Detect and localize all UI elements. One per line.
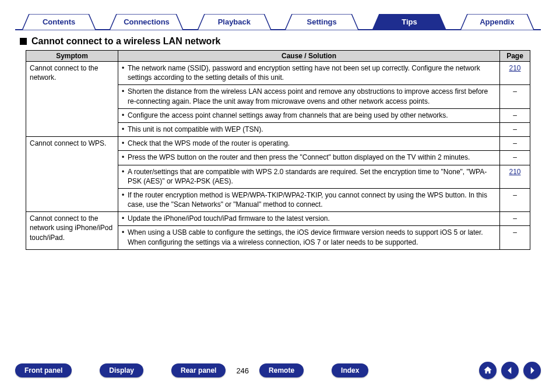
nav-icons (479, 362, 541, 379)
cause-text: Press the WPS button on the router and t… (128, 153, 496, 162)
tab-playback[interactable]: Playback (191, 14, 278, 29)
tab-label: Contents (15, 14, 103, 29)
bullet-icon (122, 111, 128, 120)
page-number: 246 (236, 366, 249, 375)
cause-cell: The network name (SSID), password and en… (118, 62, 500, 85)
tab-label: Connections (103, 14, 190, 29)
bullet-icon (122, 190, 128, 209)
page-cell: 210 (500, 62, 530, 85)
page-cell: – (500, 188, 530, 211)
tab-label: Tips (365, 14, 453, 29)
page-cell: 210 (500, 165, 530, 188)
cause-text: If the router encryption method is WEP/W… (128, 190, 496, 209)
bullet-icon (122, 139, 128, 148)
table-row: Cannot connect to the network.The networ… (26, 62, 530, 85)
cause-cell: Press the WPS button on the router and t… (118, 151, 500, 165)
nav-front-panel[interactable]: Front panel (15, 363, 72, 377)
cause-text: This unit is not compatible with WEP (TS… (128, 125, 496, 134)
cause-cell: Shorten the distance from the wireless L… (118, 85, 500, 108)
page-link[interactable]: 210 (509, 64, 520, 72)
cause-cell: Update the iPhone/iPod touch/iPad firmwa… (118, 212, 500, 226)
page-cell: – (500, 108, 530, 122)
col-header-cause: Cause / Solution (118, 51, 500, 62)
cause-cell: This unit is not compatible with WEP (TS… (118, 122, 500, 136)
symptom-cell: Cannot connect to the network using iPho… (26, 212, 118, 250)
symptom-cell: Cannot connect to the network. (26, 62, 118, 137)
table-row: Cannot connect to the network using iPho… (26, 212, 530, 226)
nav-rear-panel[interactable]: Rear panel (171, 363, 226, 377)
tab-label: Settings (278, 14, 365, 29)
symptom-cell: Cannot connect to WPS. (26, 137, 118, 212)
top-tab-bar: Contents Connections Playback Settings T… (15, 14, 541, 30)
cause-cell: When using a USB cable to configure the … (118, 226, 500, 249)
tab-settings[interactable]: Settings (278, 14, 365, 29)
cause-text: Update the iPhone/iPod touch/iPad firmwa… (128, 214, 496, 223)
cause-cell: If the router encryption method is WEP/W… (118, 188, 500, 211)
cause-cell: A router/settings that are compatible wi… (118, 165, 500, 188)
section-heading: Cannot connect to a wireless LAN network (20, 36, 541, 47)
cause-text: Check that the WPS mode of the router is… (128, 139, 496, 148)
col-header-symptom: Symptom (26, 51, 118, 62)
page-cell: – (500, 122, 530, 136)
cause-text: Shorten the distance from the wireless L… (128, 87, 496, 105)
troubleshoot-table: Symptom Cause / Solution Page Cannot con… (26, 50, 530, 250)
bullet-icon (122, 167, 128, 186)
cause-cell: Check that the WPS mode of the router is… (118, 137, 500, 151)
cause-text: Configure the access point channel setti… (128, 111, 496, 120)
bullet-icon (122, 125, 128, 134)
bullet-icon (122, 87, 128, 105)
nav-index[interactable]: Index (332, 363, 368, 377)
tab-tips[interactable]: Tips (365, 14, 453, 29)
page-cell: – (500, 212, 530, 226)
tab-label: Appendix (453, 14, 541, 29)
page-cell: – (500, 151, 530, 165)
bullet-icon (122, 228, 128, 246)
nav-display[interactable]: Display (100, 363, 143, 377)
page-cell: – (500, 226, 530, 249)
tab-contents[interactable]: Contents (15, 14, 103, 29)
nav-remote[interactable]: Remote (259, 363, 304, 377)
cause-text: When using a USB cable to configure the … (128, 228, 496, 246)
section-title: Cannot connect to a wireless LAN network (31, 36, 221, 47)
cause-cell: Configure the access point channel setti… (118, 108, 500, 122)
page-link[interactable]: 210 (509, 168, 520, 176)
tab-connections[interactable]: Connections (103, 14, 190, 29)
bullet-icon (122, 214, 128, 223)
table-row: Cannot connect to WPS.Check that the WPS… (26, 137, 530, 151)
tab-appendix[interactable]: Appendix (453, 14, 541, 29)
tab-label: Playback (191, 14, 278, 29)
col-header-page: Page (500, 51, 530, 62)
page-cell: – (500, 85, 530, 108)
prev-arrow-icon[interactable] (501, 362, 519, 379)
next-arrow-icon[interactable] (523, 362, 541, 379)
cause-text: The network name (SSID), password and en… (128, 63, 496, 82)
page-cell: – (500, 137, 530, 151)
bottom-bar: Front panel Display Rear panel 246 Remot… (0, 362, 556, 379)
cause-text: A router/settings that are compatible wi… (128, 167, 496, 186)
home-icon[interactable] (479, 362, 497, 379)
square-bullet-icon (20, 38, 27, 45)
bullet-icon (122, 153, 128, 162)
bullet-icon (122, 63, 128, 82)
